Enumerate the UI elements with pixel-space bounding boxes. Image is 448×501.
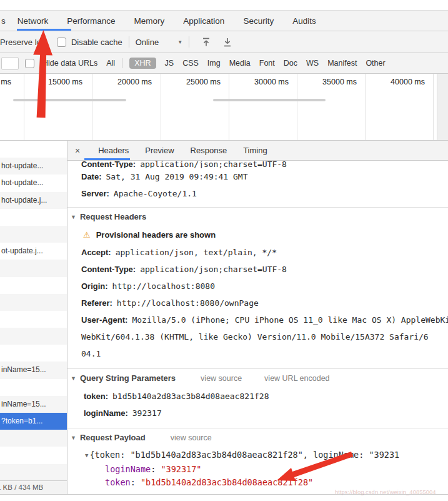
resource-size-text: 1 KB / 434 MB	[0, 481, 43, 494]
disable-cache-checkbox[interactable]	[57, 38, 66, 47]
network-toolbar: Preserve log Disable cache Online ▼	[0, 31, 448, 53]
filter-font[interactable]: Font	[259, 59, 275, 68]
import-har-icon[interactable]	[201, 36, 212, 48]
request-row[interactable]: inName=15...	[0, 396, 67, 413]
header-value: http://localhost:8080/ownPage	[117, 298, 259, 308]
payload-entry: token: "b1d5b140a2d83ac3b84d08aeac821f28…	[67, 476, 448, 489]
request-row[interactable]	[0, 141, 67, 158]
section-header[interactable]: ▼Query String Parametersview sourceview …	[67, 369, 448, 388]
header-line: Content-Type:application/json;charset=UT…	[67, 261, 448, 278]
headers-content: Content-Type:application/json;charset=UT…	[67, 161, 448, 494]
filter-bar: Hide data URLs All XHR JS CSS Img Media …	[0, 53, 448, 74]
section-title: Request Headers	[80, 212, 146, 221]
response-headers-section: Content-Type:application/json;charset=UT…	[67, 161, 448, 207]
payload-key: token	[105, 477, 131, 487]
toolbar-divider	[129, 36, 129, 48]
view-url-encoded-link[interactable]: view URL encoded	[264, 374, 329, 383]
request-row[interactable]	[0, 430, 67, 447]
export-har-icon[interactable]	[222, 36, 233, 48]
section-title: Query String Parameters	[80, 373, 176, 383]
close-icon[interactable]: ×	[75, 146, 80, 156]
request-row[interactable]: inName=15...	[0, 362, 67, 378]
payload-key: loginName	[105, 464, 151, 474]
detail-tab-preview[interactable]: Preview	[145, 146, 174, 155]
tab-performance[interactable]: Performance	[67, 16, 115, 26]
tab-audits[interactable]: Audits	[292, 16, 316, 26]
disclosure-triangle-icon[interactable]: ▼	[71, 208, 76, 226]
filter-css[interactable]: CSS	[182, 59, 199, 68]
disclosure-triangle-icon[interactable]: ▼	[71, 428, 76, 447]
filter-manifest[interactable]: Manifest	[327, 59, 357, 68]
request-row[interactable]: hot-update...	[0, 158, 67, 175]
payload-entry: loginName: "392317"	[67, 463, 448, 476]
header-line: Accept:application/json, text/plain, */*	[67, 244, 448, 261]
chevron-down-icon[interactable]: ▼	[177, 39, 182, 45]
request-row-selected[interactable]: ?token=b1...	[0, 413, 67, 430]
header-line: Referer:http://localhost:8080/ownPage	[67, 295, 448, 311]
disclosure-triangle-icon[interactable]: ▼	[71, 369, 76, 388]
payload-value: "392317"	[161, 464, 201, 474]
request-row[interactable]	[0, 328, 67, 345]
filter-js[interactable]: JS	[165, 59, 174, 68]
user-agent-wrap-line: WebKit/604.1.38 (KHTML, like Gecko) Vers…	[67, 328, 448, 345]
request-headers-section: ▼Request Headers ⚠Provisional headers ar…	[67, 207, 448, 368]
timeline-tick: 20000 ms	[91, 78, 161, 86]
tab-security[interactable]: Security	[243, 16, 274, 26]
filter-media[interactable]: Media	[229, 59, 251, 68]
detail-tab-response[interactable]: Response	[191, 146, 227, 155]
request-row[interactable]	[0, 464, 67, 480]
timeline-tick: ms	[0, 78, 20, 86]
header-name: Accept:	[81, 248, 111, 257]
disclosure-triangle-icon[interactable]: ▼	[85, 448, 88, 463]
throttling-select[interactable]: Online	[136, 38, 159, 47]
filter-doc[interactable]: Doc	[284, 59, 297, 68]
request-row[interactable]	[0, 379, 67, 396]
request-row[interactable]	[0, 226, 67, 243]
request-row[interactable]: ot-update.j...	[0, 243, 67, 260]
header-line: Origin:http://localhost:8080	[67, 278, 448, 295]
detail-tab-headers[interactable]: Headers	[98, 146, 129, 155]
filter-input[interactable]	[1, 57, 19, 70]
request-row[interactable]	[0, 311, 67, 328]
active-detail-tab-underline	[84, 158, 130, 160]
tab-memory[interactable]: Memory	[134, 16, 165, 26]
view-source-link[interactable]: view source	[171, 433, 212, 442]
tab-application[interactable]: Application	[183, 16, 224, 26]
filter-xhr[interactable]: XHR	[129, 58, 156, 69]
timeline-tick: 35000 ms	[296, 78, 366, 86]
header-value: Mozilla/5.0 (iPhone; CPU iPhone OS 11_0 …	[132, 315, 448, 325]
query-string-section: ▼Query String Parametersview sourceview …	[67, 368, 448, 428]
section-header[interactable]: ▼Request Payloadview source	[67, 428, 448, 447]
request-row[interactable]: hot-update...	[0, 175, 67, 191]
view-source-link[interactable]: view source	[201, 374, 242, 383]
request-row[interactable]: hot-update.j...	[0, 192, 67, 209]
user-agent-wrap-line: 04.1	[67, 345, 448, 362]
query-param-line: loginName:392317	[67, 405, 448, 422]
request-row[interactable]	[0, 294, 67, 311]
header-name: Origin:	[81, 281, 108, 291]
request-row[interactable]	[0, 345, 67, 362]
provisional-warning: ⚠Provisional headers are shown	[67, 226, 448, 244]
header-line: User-Agent:Mozilla/5.0 (iPhone; CPU iPho…	[67, 311, 448, 328]
tab-network[interactable]: Network	[17, 16, 49, 26]
annotation-arrow-up	[31, 29, 56, 119]
request-row[interactable]	[0, 277, 67, 294]
filter-other[interactable]: Other	[366, 59, 385, 68]
timeline-tick: 40000 ms	[364, 78, 434, 86]
param-name: token:	[84, 392, 108, 401]
waterfall-overview[interactable]: ms 15000 ms 20000 ms 25000 ms 30000 ms 3…	[0, 74, 448, 141]
payload-preview-line[interactable]: ▼{token: "b1d5b140a2d83ac3b84d08aeac821f…	[67, 447, 448, 463]
tab-clipped-left[interactable]: s	[1, 16, 6, 26]
filter-ws[interactable]: WS	[306, 59, 319, 68]
clipped-header-line: Content-Type:application/json;charset=UT…	[67, 161, 448, 168]
detail-tab-timing[interactable]: Timing	[243, 146, 267, 155]
filter-all[interactable]: All	[106, 59, 115, 68]
filter-img[interactable]: Img	[207, 59, 221, 68]
query-param-line: token:b1d5b140a2d83ac3b84d08aeac821f28	[67, 388, 448, 405]
request-row[interactable]	[0, 209, 67, 226]
request-row[interactable]	[0, 447, 67, 463]
header-value: http://localhost:8080	[112, 281, 215, 291]
section-header[interactable]: ▼Request Headers	[67, 208, 448, 226]
timeline-right-shade	[437, 74, 448, 141]
request-row[interactable]	[0, 260, 67, 276]
